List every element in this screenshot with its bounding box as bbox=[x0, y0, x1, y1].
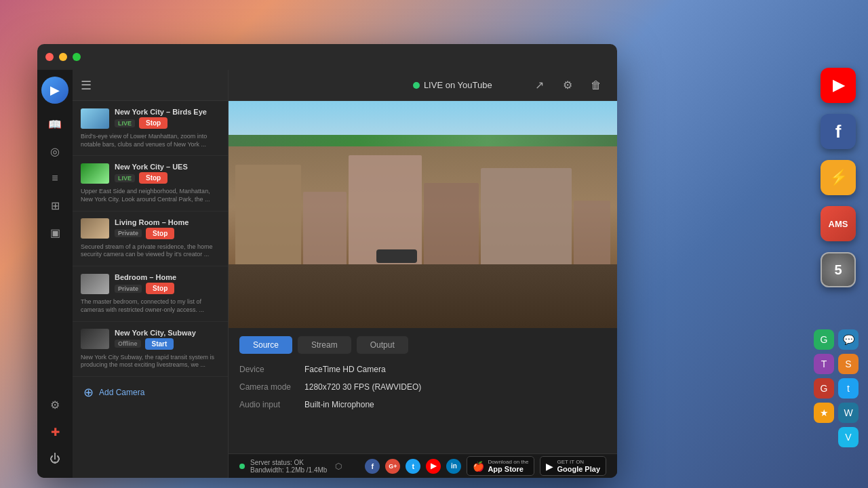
sidebar-item-grid[interactable]: ⊞ bbox=[43, 193, 67, 218]
tab-output[interactable]: Output bbox=[357, 336, 408, 354]
stop-button[interactable]: Stop bbox=[139, 117, 167, 129]
maximize-button[interactable] bbox=[73, 53, 81, 61]
tab-source[interactable]: Source bbox=[239, 336, 292, 354]
tab-row: Source Stream Output bbox=[239, 336, 606, 354]
small-icon-g[interactable]: G bbox=[814, 329, 834, 350]
small-icon-twitter[interactable]: t bbox=[838, 378, 859, 399]
camera-mode-label: Camera mode bbox=[239, 382, 291, 392]
live-dot bbox=[413, 82, 420, 89]
status-badge: LIVE bbox=[115, 119, 135, 127]
sidebar-item-medical[interactable]: ✚ bbox=[43, 420, 67, 444]
plus-icon: ⊕ bbox=[83, 385, 94, 400]
audio-input-value: Built-in Microphone bbox=[304, 400, 606, 409]
sidebar-item-list[interactable]: ≡ bbox=[43, 166, 67, 190]
camera-description: Bird's-eye view of Lower Manhattan, zoom… bbox=[81, 133, 220, 148]
small-icon-g2[interactable]: G bbox=[814, 378, 834, 399]
device-value: FaceTime HD Camera bbox=[304, 365, 606, 374]
facebook-social-icon[interactable]: f bbox=[365, 459, 380, 474]
audio-input-label: Audio input bbox=[239, 400, 291, 409]
camera-thumbnail bbox=[81, 163, 109, 184]
apple-icon: 🍎 bbox=[473, 461, 484, 472]
add-camera-button[interactable]: ⊕ Add Camera bbox=[73, 377, 228, 408]
logo-button[interactable]: ▶ bbox=[41, 77, 68, 104]
social-icons: f G+ t ▶ in bbox=[365, 459, 461, 474]
list-item[interactable]: New York City – Birds Eye LIVE Stop Bird… bbox=[73, 101, 228, 156]
small-icon-wp[interactable]: W bbox=[838, 403, 859, 423]
sidebar-item-monitor[interactable]: ▣ bbox=[43, 220, 67, 245]
desktop-icons: ▶ f ⚡ AMS 5 bbox=[821, 68, 856, 287]
small-icon-vimeo[interactable]: V bbox=[838, 427, 859, 447]
sidebar-item-location[interactable]: ◎ bbox=[43, 139, 67, 163]
ams-desktop-icon[interactable]: AMS bbox=[821, 206, 856, 241]
source-info-grid: Device FaceTime HD Camera Camera mode 12… bbox=[239, 365, 606, 409]
sidebar-item-settings[interactable]: ⚙ bbox=[43, 392, 67, 417]
camera-mode-value: 868x488 30 FPS (RAWVIDEO) bbox=[304, 382, 606, 392]
menu-icon[interactable]: ☰ bbox=[81, 78, 92, 93]
google-play-badge[interactable]: ▶ GET IT ON Google Play bbox=[540, 456, 606, 476]
list-item[interactable]: New York City – UES LIVE Stop Upper East… bbox=[73, 156, 228, 211]
app-store-sub-text: Download on the bbox=[488, 459, 528, 465]
settings-button[interactable]: ⚙ bbox=[557, 75, 578, 96]
live-indicator: LIVE on YouTube bbox=[384, 80, 521, 90]
list-item[interactable]: Bedroom – Home Private Stop The master b… bbox=[73, 266, 228, 321]
video-preview bbox=[229, 101, 617, 328]
camera-name: Bedroom – Home bbox=[115, 273, 220, 281]
server-status-text: Server status: OK bbox=[250, 459, 327, 466]
start-button[interactable]: Start bbox=[145, 338, 174, 350]
share-button[interactable]: ↗ bbox=[529, 75, 549, 96]
google-play-icon: ▶ bbox=[546, 461, 553, 472]
bottom-panel: Source Stream Output Device FaceTime HD … bbox=[229, 328, 617, 453]
camera-description: Secured stream of a private residence, t… bbox=[81, 243, 220, 259]
bandwidth-text: Bandwidth: 1.2Mb /1.4Mb bbox=[250, 466, 327, 474]
camera-thumbnail bbox=[81, 329, 109, 349]
sidebar-item-book[interactable]: 📖 bbox=[43, 112, 67, 136]
camera-thumbnail bbox=[81, 274, 109, 294]
desktop-icons-small: G 💬 T S G t ★ W V bbox=[804, 329, 859, 447]
title-bar bbox=[37, 44, 617, 70]
small-icon-chat[interactable]: 💬 bbox=[838, 329, 859, 350]
stop-button[interactable]: Stop bbox=[139, 172, 167, 184]
add-camera-label: Add Camera bbox=[99, 388, 144, 397]
youtube-social-icon[interactable]: ▶ bbox=[426, 459, 441, 474]
linkedin-social-icon[interactable]: in bbox=[446, 459, 461, 474]
delete-button[interactable]: 🗑 bbox=[586, 75, 606, 96]
youtube-desktop-icon[interactable]: ▶ bbox=[821, 68, 856, 103]
small-icon-star[interactable]: ★ bbox=[814, 403, 834, 423]
status-badge: Private bbox=[115, 285, 142, 293]
stop-button[interactable]: Stop bbox=[146, 228, 174, 239]
app-window: ▶ 📖 ◎ ≡ ⊞ ▣ ⚙ ✚ ⏻ ☰ New York City – Bird… bbox=[37, 44, 617, 478]
googleplus-social-icon[interactable]: G+ bbox=[385, 459, 400, 474]
footer: Server status: OK Bandwidth: 1.2Mb /1.4M… bbox=[229, 453, 617, 478]
google-play-main-text: Google Play bbox=[557, 465, 600, 473]
top-bar-actions: ↗ ⚙ 🗑 bbox=[529, 75, 606, 96]
stop-button[interactable]: Stop bbox=[146, 283, 174, 294]
camera-name: New York City – Birds Eye bbox=[115, 108, 220, 116]
five-desktop-icon[interactable]: 5 bbox=[821, 252, 856, 287]
flash-desktop-icon[interactable]: ⚡ bbox=[821, 160, 856, 195]
small-icon-t[interactable]: T bbox=[814, 354, 834, 374]
list-item[interactable]: Living Room – Home Private Stop Secured … bbox=[73, 211, 228, 266]
facebook-desktop-icon[interactable]: f bbox=[821, 114, 856, 149]
camera-thumbnail bbox=[81, 108, 109, 129]
small-icon-s[interactable]: S bbox=[838, 354, 859, 374]
camera-list-header: ☰ bbox=[73, 70, 228, 101]
camera-description: New York City Subway, the rapid transit … bbox=[81, 354, 220, 369]
bandwidth-icon[interactable]: ⬡ bbox=[335, 462, 342, 471]
camera-list-panel: ☰ New York City – Birds Eye LIVE Stop Bi… bbox=[73, 70, 229, 478]
google-play-sub-text: GET IT ON bbox=[557, 459, 600, 465]
app-store-badge[interactable]: 🍎 Download on the App Store bbox=[467, 456, 534, 476]
close-button[interactable] bbox=[45, 53, 54, 61]
minimize-button[interactable] bbox=[59, 53, 67, 61]
status-badge: Offline bbox=[115, 340, 141, 348]
tab-stream[interactable]: Stream bbox=[298, 336, 351, 354]
list-item[interactable]: New York City, Subway Offline Start New … bbox=[73, 322, 228, 377]
icon-sidebar: ▶ 📖 ◎ ≡ ⊞ ▣ ⚙ ✚ ⏻ bbox=[37, 70, 73, 478]
top-bar: LIVE on YouTube ↗ ⚙ 🗑 bbox=[229, 70, 617, 101]
camera-thumbnail bbox=[81, 218, 109, 239]
twitter-social-icon[interactable]: t bbox=[406, 459, 420, 474]
camera-description: The master bedroom, connected to my list… bbox=[81, 298, 220, 314]
status-badge: Private bbox=[115, 229, 142, 237]
device-label: Device bbox=[239, 365, 291, 374]
sidebar-item-power[interactable]: ⏻ bbox=[43, 447, 67, 471]
server-status-dot bbox=[239, 464, 245, 469]
